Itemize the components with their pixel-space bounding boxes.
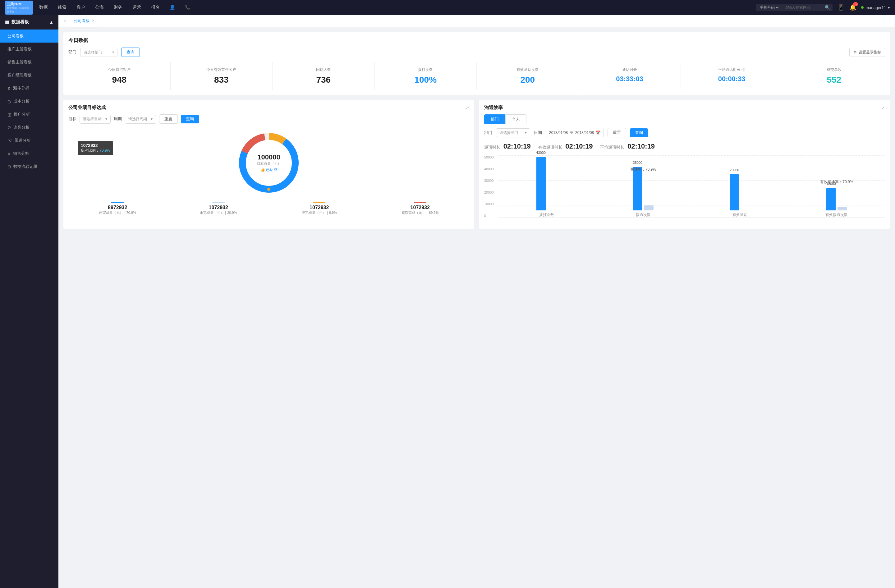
search-icon[interactable]: 🔍 xyxy=(825,5,830,10)
dept-select[interactable]: 请选择部门 ▾ xyxy=(80,48,117,57)
sidebar-item-label: 渠道分析 xyxy=(15,138,31,143)
sidebar-funnel-icon: ⊻ xyxy=(8,86,11,91)
stat-label: 今日有效首咨客户 xyxy=(174,67,269,73)
eff-reset-button[interactable]: 重置 xyxy=(608,128,626,137)
y-label-10000: 10000 xyxy=(484,202,494,206)
sidebar-item-label: 公司看板 xyxy=(8,33,24,39)
sidebar-visitor-icon: ⊙ xyxy=(8,125,11,130)
sidebar-item-label: 访客分析 xyxy=(14,124,30,130)
target-query-button[interactable]: 查询 xyxy=(181,115,199,123)
sidebar-item-sales-mgr[interactable]: 销售主管看板 xyxy=(0,56,58,69)
tooltip-number: 1072932 xyxy=(81,143,110,148)
user-dropdown-icon[interactable]: ▾ xyxy=(888,5,890,10)
nav-data[interactable]: 数据 xyxy=(39,5,48,10)
eff-dept-select[interactable]: 请选择部门 ▾ xyxy=(496,128,530,137)
y-label-30000: 30000 xyxy=(484,179,494,182)
svg-point-4 xyxy=(267,188,270,191)
sidebar-item-channel[interactable]: ⌥ 渠道分析 xyxy=(0,134,58,147)
bar-group-valid: 29000 有效通话 xyxy=(692,148,789,218)
y-label-40000: 40000 xyxy=(484,167,494,171)
target-expand-icon[interactable]: ⤢ xyxy=(466,105,469,110)
bar-wrapper: 35000 xyxy=(633,167,642,211)
dept-filter-label: 部门 xyxy=(68,49,76,55)
stat-label: 平均通话时长 ⓘ xyxy=(685,67,779,73)
sidebar-item-company-board[interactable]: 公司看板 xyxy=(0,30,58,42)
efficiency-expand-icon[interactable]: ⤢ xyxy=(881,105,885,110)
eff-tab-personal[interactable]: 个人 xyxy=(505,114,526,124)
sidebar-item-visitor[interactable]: ⊙ 访客分析 xyxy=(0,121,58,134)
notification-icon[interactable]: 🔔 5 xyxy=(849,4,856,11)
sidebar-item-data-flow[interactable]: ⊞ 数据流转记录 xyxy=(0,160,58,173)
eff-date-range[interactable]: 2018/01/08 至 2018/01/08 📅 xyxy=(546,129,604,137)
stat-call-duration: 通话时长 03:33:03 xyxy=(579,62,681,90)
target-bottom-stats: 8972932 已完成量（元）｜70.9% 1072932 未完成量（元）｜20… xyxy=(68,202,469,215)
bar-group-dial: 43000 拨打次数 xyxy=(498,148,595,218)
donut-tooltip: 1072932 所占比例：70.9% xyxy=(78,141,113,155)
nav-register[interactable]: 报名 xyxy=(151,5,160,10)
sidebar-item-label: 销售分析 xyxy=(13,151,29,156)
tab-toggle-icon[interactable]: ≡ xyxy=(64,18,66,24)
nav-leads[interactable]: 线索 xyxy=(58,5,67,10)
bars-container: 43000 拨打次数 xyxy=(498,155,885,218)
sidebar-item-sales-analysis[interactable]: ◈ 销售分析 xyxy=(0,147,58,160)
user-info[interactable]: manager11 ▾ xyxy=(861,5,890,10)
search-type-select[interactable]: 手机号码 xyxy=(758,5,780,10)
stat-value: 200 xyxy=(481,75,575,85)
nav-ops[interactable]: 运营 xyxy=(132,5,141,10)
stat-deals: 成交单数 552 xyxy=(783,62,885,90)
bar-group-valid-connect: 18000 有效接通次数 有效接通率：70.9% xyxy=(789,148,885,218)
eff-query-button[interactable]: 查询 xyxy=(630,128,648,137)
period-label: 周期 xyxy=(114,116,122,122)
stat-value: 552 xyxy=(787,75,881,85)
eff-dept-label: 部门 xyxy=(484,130,492,135)
dept-select-placeholder: 请选择部门 xyxy=(83,50,102,55)
bar-group-connect: 35000 接通次数 接通率：70.9% xyxy=(595,148,692,218)
nav-customers[interactable]: 客户 xyxy=(76,5,85,10)
sidebar-item-promo-mgr[interactable]: 推广主管看板 xyxy=(0,42,58,56)
dept-select-arrow: ▾ xyxy=(112,50,114,55)
today-query-button[interactable]: 查询 xyxy=(121,47,140,57)
calendar-icon[interactable]: 📅 xyxy=(596,130,601,135)
target-label: 目标 xyxy=(68,116,76,122)
efficiency-panel-header: 沟通效率 ⤢ xyxy=(484,105,885,111)
target-reset-button[interactable]: 重置 xyxy=(159,114,178,124)
search-input[interactable] xyxy=(784,5,825,10)
nav-phone-icon[interactable]: 📞 xyxy=(185,5,190,10)
stat-value: 736 xyxy=(276,75,371,85)
settings-display-button[interactable]: ⚙ 设置显示指标 xyxy=(849,48,885,57)
stat-completed: 8972932 已完成量（元）｜70.9% xyxy=(68,202,167,215)
bar-group-label: 拨打次数 xyxy=(539,212,554,218)
bar-group-bars: 43000 xyxy=(536,148,557,211)
sidebar-item-cost[interactable]: ◷ 成本分析 xyxy=(0,95,58,108)
nav-sea[interactable]: 公海 xyxy=(95,5,104,10)
donut-svg-wrapper: 100000 目标总量（元） 👍 已达成 xyxy=(235,129,303,197)
sidebar-item-funnel[interactable]: ⊻ 漏斗分析 xyxy=(0,82,58,95)
stat-label: 今日首咨客户 xyxy=(72,67,167,73)
stat-bar xyxy=(414,202,426,203)
stat-value: 833 xyxy=(174,75,269,85)
nav-finance[interactable]: 财务 xyxy=(114,5,123,10)
sidebar-section-header: ▦ 数据看板 ▲ xyxy=(0,15,58,30)
today-section-title: 今日数据 xyxy=(68,37,885,44)
bar-tall xyxy=(536,157,546,211)
tab-close-icon[interactable]: ✕ xyxy=(92,19,94,23)
bar-tall xyxy=(730,174,739,211)
efficiency-panel: 沟通效率 ⤢ 部门 个人 部门 请选择部门 ▾ 日期 xyxy=(479,100,890,229)
device-icon[interactable]: 📱 xyxy=(837,4,844,11)
sidebar-item-promo-analysis[interactable]: ◫ 推广分析 xyxy=(0,108,58,121)
eff-tab-dept[interactable]: 部门 xyxy=(484,114,505,124)
period-select[interactable]: 请选择周期 ▾ xyxy=(125,115,156,124)
sidebar-channel-icon: ⌥ xyxy=(8,138,12,143)
main-content: 今日数据 部门 请选择部门 ▾ 查询 ⚙ 设置显示指标 今日首咨客户 xyxy=(58,27,895,588)
nav-person-icon[interactable]: 👤 xyxy=(170,5,175,10)
sidebar-collapse-icon[interactable]: ▲ xyxy=(49,20,53,24)
sidebar-item-cust-mgr[interactable]: 客户经理看板 xyxy=(0,69,58,82)
date-end: 2018/01/08 xyxy=(575,130,594,135)
target-select[interactable]: 请选择目标 ▾ xyxy=(80,115,111,124)
stat-value: 1072932 xyxy=(371,205,470,211)
tab-company-board[interactable]: 公司看板 ✕ xyxy=(70,15,98,27)
stat-value: 00:00:33 xyxy=(685,75,779,83)
stat-label: 未完成量（元）｜20.9% xyxy=(169,211,268,215)
today-filter-row: 部门 请选择部门 ▾ 查询 ⚙ 设置显示指标 xyxy=(68,47,885,57)
stat-label: 回访人数 xyxy=(276,67,371,73)
